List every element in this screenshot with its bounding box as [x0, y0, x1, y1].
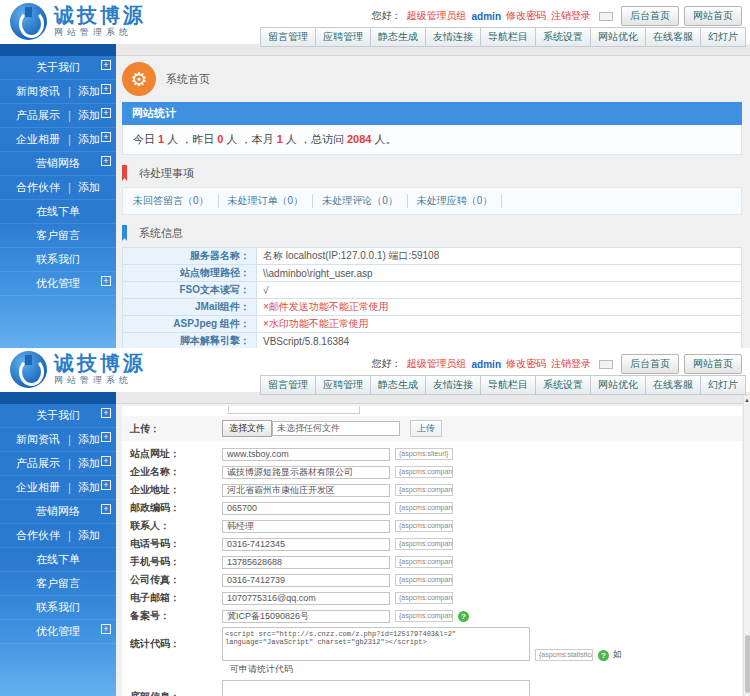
- expand-plus-icon[interactable]: +: [101, 108, 111, 118]
- pending-messages-link[interactable]: 未回答留言（0）: [133, 194, 219, 208]
- sidebar-item-gallery[interactable]: 企业相册添加+: [0, 476, 116, 500]
- tab-slideshow[interactable]: 幻灯片: [700, 27, 746, 47]
- sidebar-item-contact[interactable]: 联系我们: [0, 596, 116, 620]
- logout-link[interactable]: 注销登录: [551, 357, 591, 371]
- change-password-link[interactable]: 修改密码: [506, 9, 546, 23]
- site-url-input[interactable]: [222, 448, 390, 461]
- company-address-input[interactable]: [222, 484, 390, 497]
- add-link[interactable]: 添加: [64, 132, 100, 147]
- tab-site-seo[interactable]: 网站优化: [590, 375, 646, 395]
- help-icon[interactable]: ?: [458, 611, 469, 622]
- expand-plus-icon[interactable]: +: [101, 156, 111, 166]
- add-link[interactable]: 添加: [64, 180, 100, 195]
- header: 诚技博源 网站管理系统 您好： 超级管理员组 admin 修改密码 注销登录 后…: [0, 0, 750, 44]
- help-icon[interactable]: ?: [598, 650, 609, 661]
- tab-static-generate[interactable]: 静态生成: [370, 375, 426, 395]
- tab-slideshow[interactable]: 幻灯片: [700, 375, 746, 395]
- email-input[interactable]: [222, 592, 390, 605]
- expand-plus-icon[interactable]: +: [101, 480, 111, 490]
- tab-system-settings[interactable]: 系统设置: [535, 27, 591, 47]
- site-home-button[interactable]: 网站首页: [684, 354, 742, 374]
- statistics-code-textarea[interactable]: <script src="http://s.cnzz.com/z.php?id=…: [222, 627, 530, 661]
- admin-home-button[interactable]: 后台首页: [621, 354, 679, 374]
- fax-input[interactable]: [222, 574, 390, 587]
- pending-applications-link[interactable]: 未处理应聘（0）: [417, 194, 503, 208]
- expand-plus-icon[interactable]: +: [101, 408, 111, 418]
- sidebar-item-contact[interactable]: 联系我们: [0, 248, 116, 272]
- add-link[interactable]: 添加: [64, 84, 100, 99]
- postcode-input[interactable]: [222, 502, 390, 515]
- choose-file-button[interactable]: 选择文件: [222, 420, 272, 437]
- skin-toggle-icon[interactable]: [599, 12, 613, 21]
- logout-link[interactable]: 注销登录: [551, 9, 591, 23]
- sidebar-item-guestbook[interactable]: 客户留言: [0, 224, 116, 248]
- sidebar-item-guestbook[interactable]: 客户留言: [0, 572, 116, 596]
- mobile-input[interactable]: [222, 556, 390, 569]
- tab-apply-manage[interactable]: 应聘管理: [315, 375, 371, 395]
- phone-input[interactable]: [222, 538, 390, 551]
- expand-plus-icon[interactable]: +: [101, 132, 111, 142]
- tab-system-settings[interactable]: 系统设置: [535, 375, 591, 395]
- sidebar-item-about[interactable]: 关于我们+: [0, 404, 116, 428]
- sidebar-item-news[interactable]: 新闻资讯添加+: [0, 428, 116, 452]
- sidebar-item-about[interactable]: 关于我们+: [0, 56, 116, 80]
- sidebar-item-products[interactable]: 产品展示添加+: [0, 452, 116, 476]
- tab-nav-columns[interactable]: 导航栏目: [480, 27, 536, 47]
- expand-plus-icon[interactable]: +: [101, 624, 111, 634]
- scrollbar-thumb[interactable]: [745, 635, 750, 693]
- sidebar-item-orders[interactable]: 在线下单: [0, 200, 116, 224]
- upload-button[interactable]: 上传: [410, 420, 442, 437]
- admin-home-button[interactable]: 后台首页: [621, 6, 679, 26]
- expand-plus-icon[interactable]: +: [101, 84, 111, 94]
- change-password-link[interactable]: 修改密码: [506, 357, 546, 371]
- tab-message-manage[interactable]: 留言管理: [260, 27, 316, 47]
- copyright-textarea[interactable]: [222, 680, 530, 696]
- expand-plus-icon[interactable]: +: [101, 432, 111, 442]
- add-link[interactable]: 添加: [64, 108, 100, 123]
- expand-plus-icon[interactable]: +: [101, 276, 111, 286]
- template-tag: {aspcms:statisticalcod: [535, 649, 593, 661]
- sidebar-item-gallery[interactable]: 企业相册添加+: [0, 128, 116, 152]
- site-home-button[interactable]: 网站首页: [684, 6, 742, 26]
- vertical-scrollbar[interactable]: ▲: [743, 396, 750, 696]
- tab-apply-manage[interactable]: 应聘管理: [315, 27, 371, 47]
- add-link[interactable]: 添加: [64, 456, 100, 471]
- sidebar-item-seo[interactable]: 优化管理+: [0, 272, 116, 296]
- add-link[interactable]: 添加: [64, 432, 100, 447]
- statistics-note[interactable]: 可申请统计代码: [230, 663, 742, 676]
- skin-toggle-icon[interactable]: [599, 360, 613, 369]
- sidebar-item-news[interactable]: 新闻资讯添加+: [0, 80, 116, 104]
- add-link[interactable]: 添加: [64, 480, 100, 495]
- sidebar-item-network[interactable]: 营销网络+: [0, 500, 116, 524]
- settings-form: 上传： 选择文件 未选择任何文件 上传 站点网址： {aspcms:siteur…: [122, 406, 742, 696]
- tab-static-generate[interactable]: 静态生成: [370, 27, 426, 47]
- top-nav-tabs: 留言管理 应聘管理 静态生成 友情连接 导航栏目 系统设置 网站优化 在线客服 …: [261, 375, 746, 395]
- tab-friend-links[interactable]: 友情连接: [425, 27, 481, 47]
- sidebar-item-partners[interactable]: 合作伙伴添加: [0, 524, 116, 548]
- expand-plus-icon[interactable]: +: [101, 456, 111, 466]
- tab-message-manage[interactable]: 留言管理: [260, 375, 316, 395]
- pending-orders-link[interactable]: 未处理订单（0）: [228, 194, 314, 208]
- sidebar-item-partners[interactable]: 合作伙伴添加: [0, 176, 116, 200]
- tab-online-service[interactable]: 在线客服: [645, 375, 701, 395]
- sidebar-item-network[interactable]: 营销网络+: [0, 152, 116, 176]
- expand-plus-icon[interactable]: +: [101, 60, 111, 70]
- company-name-input[interactable]: [222, 466, 390, 479]
- tab-friend-links[interactable]: 友情连接: [425, 375, 481, 395]
- contact-person-input[interactable]: [222, 520, 390, 533]
- tab-site-seo[interactable]: 网站优化: [590, 27, 646, 47]
- site-stats-header: 网站统计: [122, 102, 742, 125]
- tab-online-service[interactable]: 在线客服: [645, 27, 701, 47]
- tab-nav-columns[interactable]: 导航栏目: [480, 375, 536, 395]
- sidebar-item-orders[interactable]: 在线下单: [0, 548, 116, 572]
- sidebar-item-products[interactable]: 产品展示添加+: [0, 104, 116, 128]
- scroll-up-icon[interactable]: ▲: [744, 396, 750, 404]
- template-tag: {aspcms:companypos: [395, 502, 453, 514]
- sidebar-item-seo[interactable]: 优化管理+: [0, 620, 116, 644]
- template-tag: {aspcms:companyfax): [395, 574, 453, 586]
- add-link[interactable]: 添加: [64, 528, 100, 543]
- expand-plus-icon[interactable]: +: [101, 504, 111, 514]
- pending-comments-link[interactable]: 未处理评论（0）: [322, 194, 408, 208]
- logo: 诚技博源 网站管理系统: [10, 351, 146, 388]
- icp-input[interactable]: [222, 610, 390, 623]
